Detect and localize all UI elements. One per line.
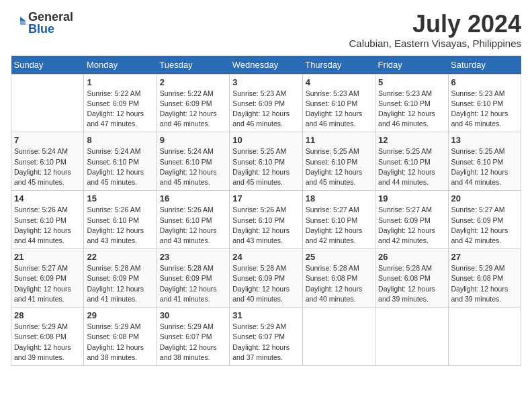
day-info: Sunrise: 5:23 AM Sunset: 6:10 PM Dayligh… <box>306 89 372 130</box>
day-number: 8 <box>87 135 153 145</box>
day-number: 5 <box>378 77 445 87</box>
day-number: 3 <box>232 77 299 87</box>
day-number: 7 <box>14 135 81 145</box>
day-cell: 12Sunrise: 5:25 AM Sunset: 6:10 PM Dayli… <box>375 132 448 191</box>
day-info: Sunrise: 5:28 AM Sunset: 6:09 PM Dayligh… <box>160 263 226 304</box>
day-number: 25 <box>306 252 372 262</box>
day-number: 22 <box>87 252 153 262</box>
day-cell: 5Sunrise: 5:23 AM Sunset: 6:10 PM Daylig… <box>375 74 448 132</box>
header-day-saturday: Saturday <box>448 56 521 75</box>
day-info: Sunrise: 5:28 AM Sunset: 6:08 PM Dayligh… <box>378 263 445 304</box>
day-info: Sunrise: 5:27 AM Sunset: 6:09 PM Dayligh… <box>14 263 81 304</box>
day-info: Sunrise: 5:29 AM Sunset: 6:08 PM Dayligh… <box>451 263 518 304</box>
day-cell: 15Sunrise: 5:26 AM Sunset: 6:10 PM Dayli… <box>84 191 157 249</box>
day-number: 9 <box>160 135 226 145</box>
header-day-friday: Friday <box>375 56 448 75</box>
day-cell: 26Sunrise: 5:28 AM Sunset: 6:08 PM Dayli… <box>375 249 448 308</box>
title-area: July 2024 Calubian, Eastern Visayas, Phi… <box>349 11 521 49</box>
header: General Blue July 2024 Calubian, Eastern… <box>11 11 521 49</box>
day-cell: 17Sunrise: 5:26 AM Sunset: 6:10 PM Dayli… <box>230 191 302 249</box>
day-number: 31 <box>232 310 299 320</box>
week-row-4: 21Sunrise: 5:27 AM Sunset: 6:09 PM Dayli… <box>11 249 521 308</box>
day-number: 18 <box>306 193 372 203</box>
svg-marker-0 <box>20 17 26 21</box>
day-info: Sunrise: 5:29 AM Sunset: 6:07 PM Dayligh… <box>232 322 299 363</box>
day-info: Sunrise: 5:26 AM Sunset: 6:10 PM Dayligh… <box>160 205 226 246</box>
day-info: Sunrise: 5:27 AM Sunset: 6:10 PM Dayligh… <box>306 205 372 246</box>
header-day-sunday: Sunday <box>11 56 84 75</box>
day-info: Sunrise: 5:29 AM Sunset: 6:07 PM Dayligh… <box>160 322 226 363</box>
week-row-3: 14Sunrise: 5:26 AM Sunset: 6:10 PM Dayli… <box>11 191 521 249</box>
day-number: 14 <box>14 193 81 203</box>
calendar-header-row: SundayMondayTuesdayWednesdayThursdayFrid… <box>11 56 521 75</box>
day-cell: 21Sunrise: 5:27 AM Sunset: 6:09 PM Dayli… <box>11 249 84 308</box>
day-number: 10 <box>232 135 299 145</box>
day-info: Sunrise: 5:23 AM Sunset: 6:10 PM Dayligh… <box>451 89 518 130</box>
week-row-2: 7Sunrise: 5:24 AM Sunset: 6:10 PM Daylig… <box>11 132 521 191</box>
day-info: Sunrise: 5:26 AM Sunset: 6:10 PM Dayligh… <box>87 205 153 246</box>
day-number: 24 <box>232 252 299 262</box>
day-number: 13 <box>451 135 518 145</box>
day-cell: 24Sunrise: 5:28 AM Sunset: 6:09 PM Dayli… <box>230 249 302 308</box>
day-info: Sunrise: 5:25 AM Sunset: 6:10 PM Dayligh… <box>378 146 445 187</box>
day-cell: 27Sunrise: 5:29 AM Sunset: 6:08 PM Dayli… <box>448 249 521 308</box>
header-day-tuesday: Tuesday <box>157 56 229 75</box>
week-row-5: 28Sunrise: 5:29 AM Sunset: 6:08 PM Dayli… <box>11 308 521 366</box>
day-cell: 13Sunrise: 5:25 AM Sunset: 6:10 PM Dayli… <box>448 132 521 191</box>
logo-general: General <box>28 11 73 23</box>
day-number: 23 <box>160 252 226 262</box>
day-cell <box>375 308 448 366</box>
day-number: 26 <box>378 252 445 262</box>
day-info: Sunrise: 5:26 AM Sunset: 6:10 PM Dayligh… <box>14 205 81 246</box>
day-cell: 1Sunrise: 5:22 AM Sunset: 6:09 PM Daylig… <box>84 74 157 132</box>
day-cell: 16Sunrise: 5:26 AM Sunset: 6:10 PM Dayli… <box>157 191 229 249</box>
day-cell: 23Sunrise: 5:28 AM Sunset: 6:09 PM Dayli… <box>157 249 229 308</box>
day-info: Sunrise: 5:22 AM Sunset: 6:09 PM Dayligh… <box>160 89 226 130</box>
day-cell: 4Sunrise: 5:23 AM Sunset: 6:10 PM Daylig… <box>302 74 375 132</box>
day-info: Sunrise: 5:26 AM Sunset: 6:10 PM Dayligh… <box>232 205 299 246</box>
day-cell <box>302 308 375 366</box>
day-cell: 30Sunrise: 5:29 AM Sunset: 6:07 PM Dayli… <box>157 308 229 366</box>
day-number: 29 <box>87 310 153 320</box>
day-info: Sunrise: 5:23 AM Sunset: 6:09 PM Dayligh… <box>232 89 299 130</box>
logo: General Blue <box>11 11 73 35</box>
day-cell: 19Sunrise: 5:27 AM Sunset: 6:09 PM Dayli… <box>375 191 448 249</box>
day-cell: 20Sunrise: 5:27 AM Sunset: 6:09 PM Dayli… <box>448 191 521 249</box>
day-cell <box>448 308 521 366</box>
logo-blue: Blue <box>28 23 73 35</box>
week-row-1: 1Sunrise: 5:22 AM Sunset: 6:09 PM Daylig… <box>11 74 521 132</box>
header-day-monday: Monday <box>84 56 157 75</box>
day-number: 28 <box>14 310 81 320</box>
day-info: Sunrise: 5:22 AM Sunset: 6:09 PM Dayligh… <box>87 89 153 130</box>
day-number: 21 <box>14 252 81 262</box>
day-cell: 2Sunrise: 5:22 AM Sunset: 6:09 PM Daylig… <box>157 74 229 132</box>
day-cell: 10Sunrise: 5:25 AM Sunset: 6:10 PM Dayli… <box>230 132 302 191</box>
calendar-table: SundayMondayTuesdayWednesdayThursdayFrid… <box>11 56 521 366</box>
day-info: Sunrise: 5:23 AM Sunset: 6:10 PM Dayligh… <box>378 89 445 130</box>
day-number: 30 <box>160 310 226 320</box>
day-info: Sunrise: 5:27 AM Sunset: 6:09 PM Dayligh… <box>378 205 445 246</box>
day-info: Sunrise: 5:29 AM Sunset: 6:08 PM Dayligh… <box>87 322 153 363</box>
day-cell: 7Sunrise: 5:24 AM Sunset: 6:10 PM Daylig… <box>11 132 84 191</box>
day-info: Sunrise: 5:25 AM Sunset: 6:10 PM Dayligh… <box>451 146 518 187</box>
day-info: Sunrise: 5:27 AM Sunset: 6:09 PM Dayligh… <box>451 205 518 246</box>
day-number: 6 <box>451 77 518 87</box>
day-number: 20 <box>451 193 518 203</box>
day-number: 16 <box>160 193 226 203</box>
day-cell <box>11 74 84 132</box>
day-cell: 29Sunrise: 5:29 AM Sunset: 6:08 PM Dayli… <box>84 308 157 366</box>
day-info: Sunrise: 5:24 AM Sunset: 6:10 PM Dayligh… <box>160 146 226 187</box>
day-info: Sunrise: 5:25 AM Sunset: 6:10 PM Dayligh… <box>306 146 372 187</box>
day-number: 4 <box>306 77 372 87</box>
header-day-wednesday: Wednesday <box>230 56 302 75</box>
day-info: Sunrise: 5:28 AM Sunset: 6:09 PM Dayligh… <box>232 263 299 304</box>
day-number: 2 <box>160 77 226 87</box>
day-number: 12 <box>378 135 445 145</box>
day-number: 19 <box>378 193 445 203</box>
day-cell: 9Sunrise: 5:24 AM Sunset: 6:10 PM Daylig… <box>157 132 229 191</box>
day-cell: 8Sunrise: 5:24 AM Sunset: 6:10 PM Daylig… <box>84 132 157 191</box>
day-number: 1 <box>87 77 153 87</box>
header-day-thursday: Thursday <box>302 56 375 75</box>
main-title: July 2024 <box>349 11 521 38</box>
day-cell: 6Sunrise: 5:23 AM Sunset: 6:10 PM Daylig… <box>448 74 521 132</box>
